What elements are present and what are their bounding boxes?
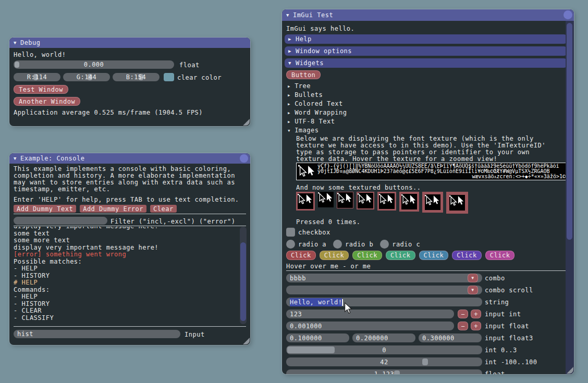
imgui-hello-text: ImGui says hello. (286, 25, 354, 32)
slider-value: 1.123 (286, 370, 482, 375)
textured-image-button[interactable] (399, 192, 419, 212)
textured-image-button[interactable] (318, 192, 334, 207)
tree-node-tree[interactable]: ▸Tree (287, 82, 311, 90)
textured-image-button[interactable] (357, 192, 374, 209)
click-button[interactable]: Click (452, 251, 482, 260)
click-button[interactable]: Click (352, 251, 382, 260)
console-button[interactable]: Clear (150, 205, 177, 213)
console-button-row: Add Dummy TextAdd Dummy ErrorClear (14, 205, 177, 213)
selected-text: Hello, world! (290, 298, 342, 306)
int-100-100-widget[interactable]: 42 (286, 357, 482, 366)
clear-color-swatch[interactable] (164, 73, 174, 81)
tree-node-word-wrapping[interactable]: ▸Word Wrapping (287, 109, 347, 116)
tree-node-colored-text[interactable]: ▸Colored Text (287, 100, 343, 107)
rgb-slider[interactable]: G:144 (63, 73, 110, 81)
collapse-arrow-icon[interactable]: ▼ (14, 156, 17, 161)
log-line: - CLEAR (14, 307, 237, 315)
console-input[interactable]: hist (14, 330, 180, 338)
textured-image-button[interactable] (446, 192, 468, 214)
click-button[interactable]: Click (419, 251, 449, 260)
collapsing-header-widgets[interactable]: ▼Widgets (285, 58, 567, 68)
window-scrollbar-thumb[interactable] (567, 23, 572, 240)
arrow-right-icon: ▶ (288, 49, 291, 54)
input-float3-widget[interactable]: 0.300000 (419, 333, 482, 342)
console-button[interactable]: Add Dummy Text (14, 205, 76, 213)
textured-image-button[interactable] (377, 192, 396, 211)
input-int-widget[interactable]: 123 (286, 310, 454, 318)
cursor-texture-icon (298, 193, 313, 209)
radio-button[interactable] (286, 240, 295, 249)
intro-line: timestamp, emitter, etc. (14, 186, 235, 193)
tree-label: UTF-8 Text (295, 118, 335, 125)
cursor-texture-icon (449, 195, 465, 211)
textured-image-button[interactable] (337, 192, 353, 208)
click-button[interactable]: Click (485, 251, 515, 260)
description-line: texture data. Hover the texture for a zo… (296, 156, 546, 163)
text-input-value: Hello, world! (286, 299, 343, 306)
test-window-button[interactable]: Test Window (14, 85, 68, 94)
click-button[interactable]: Click (320, 251, 349, 260)
checkbox[interactable] (286, 228, 295, 237)
another-window-button[interactable]: Another Window (14, 97, 80, 106)
collapse-arrow-icon[interactable]: ▼ (14, 41, 17, 45)
filter-input[interactable] (14, 217, 107, 225)
widget-label: string (485, 299, 509, 306)
collapsing-header-help[interactable]: ▶Help (285, 34, 567, 44)
radio-button[interactable] (380, 240, 389, 249)
console-button[interactable]: Add Dummy Error (80, 205, 146, 213)
input-value: 0.100000 (286, 335, 322, 342)
click-button[interactable]: Click (386, 251, 415, 260)
rgb-slider-value: R:114 (14, 73, 60, 81)
log-scrollbar-thumb[interactable] (240, 242, 246, 321)
separator (14, 214, 246, 214)
input-float-widget[interactable]: 0.001000 (286, 322, 454, 330)
tree-node-utf-8-text[interactable]: ▸UTF-8 Text (287, 118, 335, 125)
input-value: 0.300000 (419, 335, 455, 342)
plus-button[interactable]: + (471, 322, 481, 330)
textured-image-button[interactable] (296, 192, 315, 211)
close-button[interactable] (240, 154, 248, 163)
arrow-right-icon: ▸ (287, 110, 291, 116)
mouse-cursor (344, 302, 352, 315)
font-texture-image[interactable]: ýÇf}-{ÿj()[]‖%ÝBÑòÙõóÃÂÀÄÒ½¼ÙÚŽŠ8ÉÊ/å\ÈÞ… (296, 163, 566, 180)
float-slider[interactable]: 0.000 (14, 60, 174, 69)
window-title: Debug (20, 39, 41, 46)
separator (14, 226, 246, 226)
separator (286, 270, 568, 271)
int-0-3-widget[interactable]: 0 (286, 345, 482, 354)
tree-node-images[interactable]: ▾Images (287, 127, 318, 134)
minus-button[interactable]: − (458, 310, 468, 318)
combo-arrow-button[interactable]: ▼ (468, 274, 478, 282)
log-line: - HELP (14, 265, 237, 273)
textured-image-button[interactable] (422, 192, 443, 213)
click-button[interactable]: Click (286, 251, 316, 260)
button-widget[interactable]: Button (286, 70, 321, 79)
cursor-texture-icon (358, 193, 373, 208)
plus-button[interactable]: + (471, 310, 481, 318)
rgb-slider[interactable]: B:154 (113, 73, 160, 81)
input-float3-widget[interactable]: 0.200000 (352, 333, 415, 342)
float-widget[interactable]: 1.123 (286, 369, 482, 374)
combo-scroll-widget[interactable] (286, 286, 482, 294)
rgb-slider[interactable]: R:114 (14, 73, 60, 81)
cursor-texture-icon (318, 192, 334, 207)
tree-node-bullets[interactable]: ▸Bullets (287, 91, 323, 98)
pressed-count-text: Pressed 0 times. (296, 218, 361, 226)
widget-label: input float3 (485, 335, 533, 342)
console-titlebar[interactable]: ▼ Example: Console (9, 153, 250, 164)
combo-arrow-button[interactable]: ▼ (468, 286, 478, 294)
window-scrollbar[interactable] (566, 21, 574, 374)
string-widget[interactable]: Hello, world! (286, 298, 482, 306)
input-float3-widget[interactable]: 0.100000 (286, 333, 349, 342)
radio-button[interactable] (333, 240, 342, 249)
widget-label: float (485, 370, 505, 374)
log-line: - CLASSIFY (14, 315, 237, 322)
debug-titlebar[interactable]: ▼ Debug (9, 38, 250, 48)
minus-button[interactable]: − (458, 322, 468, 330)
combo-widget[interactable]: bbbb (286, 274, 482, 282)
log-scrollbar[interactable] (240, 227, 247, 324)
collapsing-header-window-options[interactable]: ▶Window options (285, 46, 567, 56)
widget-label: combo (485, 275, 505, 282)
console-log[interactable]: display very important message here!some… (14, 227, 237, 324)
log-line: Possible matches: (14, 258, 237, 266)
